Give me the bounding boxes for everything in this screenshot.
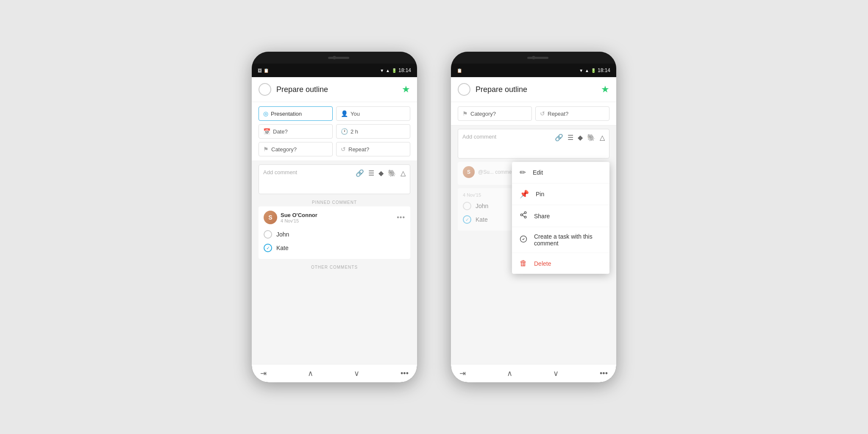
wifi-icon: ▼	[380, 68, 384, 73]
nav-down-1[interactable]: ∨	[354, 369, 359, 378]
field-time-text-1: 2 h	[351, 128, 358, 135]
dropbox-icon-1[interactable]: ◆	[378, 169, 384, 177]
checklist-item-kate-1: Kate	[264, 241, 405, 255]
context-menu-pin[interactable]: 📌 Pin	[512, 184, 609, 205]
context-menu-edit-label: Edit	[533, 169, 543, 176]
field-date-text-1: Date?	[273, 128, 288, 135]
nav-first-2[interactable]: ⇥	[459, 369, 466, 378]
fields-grid-1: ◎ Presentation 👤 You 📅 Date? 🕐 2 h ⚑	[252, 102, 417, 161]
field-category-text-2: Category?	[470, 111, 496, 117]
field-time-1[interactable]: 🕐 2 h	[336, 124, 410, 139]
repeat-icon-2: ↺	[540, 110, 545, 117]
battery-icon-2: 🔋	[591, 68, 596, 73]
field-repeat-text-1: Repeat?	[348, 146, 369, 153]
svg-point-0	[524, 212, 526, 214]
field-list-text-1: Presentation	[271, 111, 302, 117]
star-icon-1[interactable]: ★	[402, 84, 410, 95]
task-complete-circle-1[interactable]	[259, 83, 271, 96]
evernote-icon-1[interactable]: 🐘	[388, 169, 396, 177]
context-menu: ✏ Edit 📌 Pin Share	[512, 162, 609, 274]
delete-icon: 🗑	[520, 259, 527, 268]
battery-icon: 🔋	[392, 68, 397, 73]
list-attach-icon-2[interactable]: ☰	[568, 134, 573, 142]
context-menu-delete[interactable]: 🗑 Delete	[512, 253, 609, 274]
context-menu-share[interactable]: Share	[512, 205, 609, 227]
dropbox-icon-2[interactable]: ◆	[578, 134, 583, 142]
nav-more-1[interactable]: •••	[401, 369, 409, 378]
status-bar-1: 🖼 📋 ▼ ▲ 🔋 18:14	[252, 64, 417, 77]
field-repeat-1[interactable]: ↺ Repeat?	[336, 142, 410, 156]
link-icon-2[interactable]: 🔗	[555, 134, 563, 142]
pin-icon: 📌	[520, 189, 529, 199]
field-category-2[interactable]: ⚑ Category?	[458, 106, 532, 121]
link-icon-1[interactable]: 🔗	[356, 169, 364, 177]
signal-icon: ▲	[386, 68, 390, 73]
context-menu-create-task[interactable]: Create a task with this comment	[512, 227, 609, 253]
edit-icon: ✏	[520, 168, 526, 177]
comment-user-info-1: Sue O'Connor 4 Nov'15	[281, 212, 317, 223]
nav-more-2[interactable]: •••	[600, 369, 608, 378]
create-task-icon	[520, 235, 527, 245]
list-attach-icon-1[interactable]: ☰	[368, 169, 374, 177]
field-list-1[interactable]: ◎ Presentation	[259, 106, 333, 121]
drive-icon-2[interactable]: △	[600, 134, 605, 142]
field-category-1[interactable]: ⚑ Category?	[259, 142, 333, 156]
bottom-nav-2: ⇥ ∧ ∨ •••	[451, 364, 616, 382]
evernote-icon-2[interactable]: 🐘	[587, 134, 595, 142]
comment-card-header-1: S Sue O'Connor 4 Nov'15 •••	[264, 211, 405, 224]
flag-icon-1: ⚑	[263, 146, 269, 153]
clock-icon-1: 🕐	[341, 128, 348, 135]
comment-date-1: 4 Nov'15	[281, 218, 317, 223]
checklist-item-john-1: John	[264, 228, 405, 241]
status-time-1: 18:14	[398, 67, 411, 73]
field-repeat-2[interactable]: ↺ Repeat?	[535, 106, 609, 121]
kate-label-dimmed: Kate	[476, 216, 488, 223]
avatar-dimmed: S	[463, 166, 475, 178]
phone-1: 🖼 📋 ▼ ▲ 🔋 18:14 Prepare outline ★ ◎	[252, 52, 417, 382]
flag-icon-2: ⚑	[462, 110, 468, 117]
context-menu-delete-label: Delete	[534, 260, 551, 267]
checklist-name-john-1: John	[276, 231, 289, 238]
pinned-section-label-1: PINNED COMMENT	[252, 198, 417, 206]
status-bar-2: 📋 ▼ ▲ 🔋 18:14	[451, 64, 616, 77]
check-circle-john-1[interactable]	[264, 230, 272, 239]
notification-icon: 📋	[264, 68, 269, 73]
context-menu-edit[interactable]: ✏ Edit	[512, 162, 609, 184]
field-assignee-text-1: You	[351, 111, 360, 117]
comment-input-area-1[interactable]: Add comment 🔗 ☰ ◆ 🐘 △	[259, 164, 410, 194]
phone-top-hardware	[252, 52, 417, 64]
comment-input-area-2[interactable]: Add comment 🔗 ☰ ◆ 🐘 △	[458, 129, 609, 159]
status-icons-right-2: ▼ ▲ 🔋 18:14	[579, 67, 610, 73]
comment-more-1[interactable]: •••	[397, 214, 405, 221]
svg-point-2	[524, 216, 526, 218]
signal-icon-2: ▲	[585, 68, 589, 73]
calendar-icon-1: 📅	[263, 128, 270, 135]
repeat-icon-1: ↺	[341, 146, 346, 153]
nav-up-1[interactable]: ∧	[308, 369, 313, 378]
notification-icon-2: 📋	[457, 68, 462, 73]
star-icon-2[interactable]: ★	[601, 84, 609, 95]
person-icon-1: 👤	[341, 110, 348, 117]
field-category-text-1: Category?	[271, 146, 297, 153]
task-complete-circle-2[interactable]	[458, 83, 470, 96]
drive-icon-1[interactable]: △	[401, 169, 406, 177]
svg-point-1	[520, 214, 523, 216]
check-circle-kate-dimmed	[463, 215, 471, 224]
status-time-2: 18:14	[598, 67, 610, 73]
context-menu-pin-label: Pin	[536, 191, 544, 198]
nav-down-2[interactable]: ∨	[553, 369, 559, 378]
task-title-1: Prepare outline	[276, 85, 397, 94]
field-date-1[interactable]: 📅 Date?	[259, 124, 333, 139]
comment-attach-icons-2: 🔗 ☰ ◆ 🐘 △	[555, 134, 605, 142]
status-icons-left: 🖼 📋	[258, 68, 269, 73]
bottom-nav-1: ⇥ ∧ ∨ •••	[252, 364, 417, 382]
checklist-name-kate-1: Kate	[276, 245, 289, 251]
check-circle-kate-1[interactable]	[264, 244, 272, 252]
field-assignee-1[interactable]: 👤 You	[336, 106, 410, 121]
speaker-bar	[328, 57, 349, 59]
comment-author-1: Sue O'Connor	[281, 212, 317, 218]
nav-up-2[interactable]: ∧	[507, 369, 512, 378]
image-icon: 🖼	[258, 68, 262, 73]
field-repeat-text-2: Repeat?	[548, 111, 568, 117]
nav-first-1[interactable]: ⇥	[260, 369, 267, 378]
